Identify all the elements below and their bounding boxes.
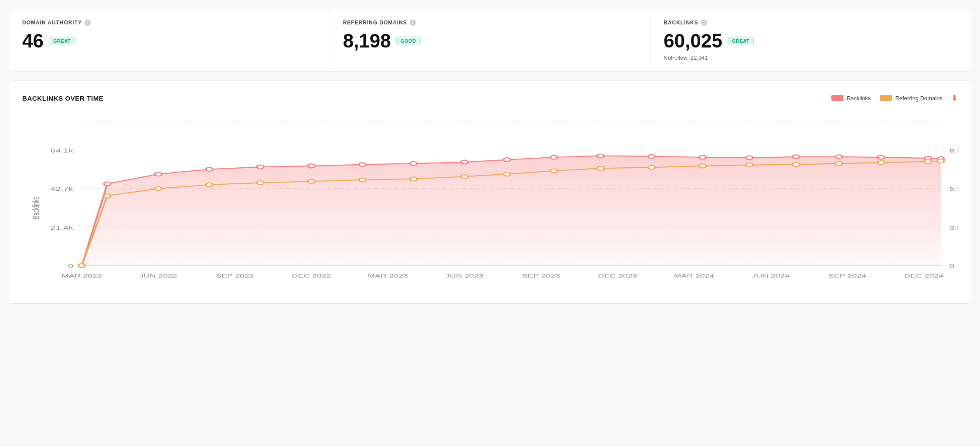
- svg-point-29: [793, 155, 800, 159]
- referring-domains-help-icon[interactable]: ?: [410, 20, 416, 26]
- svg-text:MAR 2024: MAR 2024: [674, 274, 714, 279]
- svg-text:JUN 2022: JUN 2022: [140, 274, 177, 279]
- svg-point-21: [410, 162, 417, 166]
- svg-text:0: 0: [68, 263, 73, 269]
- svg-point-48: [746, 163, 753, 167]
- backlinks-badge: GREAT: [728, 37, 754, 45]
- chart-header: Backlinks Over Time Backlinks Referring …: [22, 93, 958, 103]
- svg-point-43: [504, 172, 510, 176]
- domain-authority-badge: GREAT: [49, 37, 75, 45]
- backlinks-swatch: [831, 95, 844, 101]
- svg-text:8.9k: 8.9k: [949, 148, 958, 154]
- svg-point-51: [878, 161, 885, 165]
- svg-text:DEC 2023: DEC 2023: [598, 274, 637, 279]
- backlinks-label: Backlinks ?: [664, 20, 958, 26]
- backlinks-value-row: 60,025 GREAT: [664, 30, 958, 52]
- backlinks-help-icon[interactable]: ?: [701, 20, 707, 26]
- svg-text:21.4k: 21.4k: [51, 225, 74, 231]
- svg-text:JUN 2023: JUN 2023: [446, 274, 483, 279]
- domain-authority-help-icon[interactable]: ?: [85, 20, 91, 26]
- domain-authority-label: Domain Authority ?: [22, 20, 316, 26]
- svg-point-16: [155, 172, 162, 176]
- svg-text:0: 0: [949, 263, 954, 269]
- chart-legend: Backlinks Referring Domains ⬇: [831, 93, 958, 103]
- svg-text:DEC 2022: DEC 2022: [292, 274, 331, 279]
- domain-authority-card: Domain Authority ? 46 GREAT: [9, 9, 330, 71]
- svg-text:JUN 2024: JUN 2024: [752, 274, 789, 279]
- chart-title: Backlinks Over Time: [22, 95, 103, 102]
- backlinks-card: Backlinks ? 60,025 GREAT NoFollow: 22,34…: [650, 9, 971, 71]
- svg-point-49: [793, 163, 800, 166]
- svg-point-19: [308, 164, 315, 168]
- svg-text:SEP 2024: SEP 2024: [828, 274, 867, 279]
- svg-text:DEC 2024: DEC 2024: [904, 274, 943, 279]
- download-icon[interactable]: ⬇: [951, 93, 958, 103]
- svg-text:SEP 2022: SEP 2022: [216, 274, 254, 279]
- svg-point-45: [597, 166, 604, 170]
- svg-text:3.0k: 3.0k: [949, 225, 958, 231]
- legend-backlinks: Backlinks: [831, 95, 871, 102]
- svg-point-18: [257, 165, 264, 169]
- backlinks-sub: NoFollow: 22,341: [664, 54, 958, 61]
- svg-text:64.1k: 64.1k: [51, 148, 74, 154]
- svg-point-24: [551, 156, 558, 159]
- chart-container: 0 21.4k 42.7k 64.1k 0 3.0k 5.9k 8.9k: [22, 112, 958, 295]
- svg-point-22: [461, 160, 468, 164]
- svg-point-27: [699, 156, 706, 159]
- svg-point-41: [410, 177, 417, 181]
- svg-point-30: [835, 155, 842, 159]
- svg-point-40: [359, 178, 366, 182]
- svg-point-26: [648, 154, 655, 158]
- svg-point-39: [308, 179, 315, 183]
- legend-referring-domains: Referring Domains: [880, 95, 943, 102]
- domain-authority-value-row: 46 GREAT: [22, 30, 316, 52]
- svg-point-52: [925, 160, 932, 164]
- svg-point-53: [937, 159, 944, 163]
- referring-domains-badge: GOOD: [396, 37, 421, 45]
- svg-text:MAR 2022: MAR 2022: [62, 274, 102, 279]
- svg-point-44: [551, 169, 558, 173]
- svg-point-38: [257, 181, 264, 185]
- svg-point-23: [504, 158, 510, 162]
- svg-point-20: [359, 163, 366, 166]
- svg-point-50: [835, 162, 842, 166]
- svg-text:MAR 2023: MAR 2023: [368, 274, 408, 279]
- svg-point-47: [699, 164, 706, 168]
- svg-point-46: [648, 166, 655, 169]
- referring-domains-swatch: [880, 95, 892, 101]
- svg-point-15: [104, 182, 111, 186]
- metric-cards: Domain Authority ? 46 GREAT Referring Do…: [9, 9, 971, 72]
- svg-text:SEP 2023: SEP 2023: [522, 274, 560, 279]
- svg-point-25: [597, 154, 604, 158]
- referring-domains-label: Referring Domains ?: [343, 20, 637, 26]
- svg-point-17: [206, 167, 213, 171]
- chart-svg: 0 21.4k 42.7k 64.1k 0 3.0k 5.9k 8.9k: [22, 112, 958, 295]
- svg-point-42: [461, 175, 468, 179]
- svg-point-35: [104, 194, 111, 198]
- svg-text:42.7k: 42.7k: [51, 186, 74, 192]
- chart-card: Backlinks Over Time Backlinks Referring …: [9, 81, 971, 304]
- svg-point-36: [155, 186, 162, 190]
- svg-point-28: [746, 156, 753, 160]
- svg-text:Backlinks: Backlinks: [31, 196, 41, 219]
- referring-domains-card: Referring Domains ? 8,198 GOOD: [330, 9, 651, 71]
- referring-domains-value-row: 8,198 GOOD: [343, 30, 637, 52]
- svg-text:5.9k: 5.9k: [949, 186, 958, 192]
- svg-point-31: [878, 156, 885, 159]
- svg-point-37: [206, 183, 213, 187]
- svg-marker-13: [82, 156, 941, 266]
